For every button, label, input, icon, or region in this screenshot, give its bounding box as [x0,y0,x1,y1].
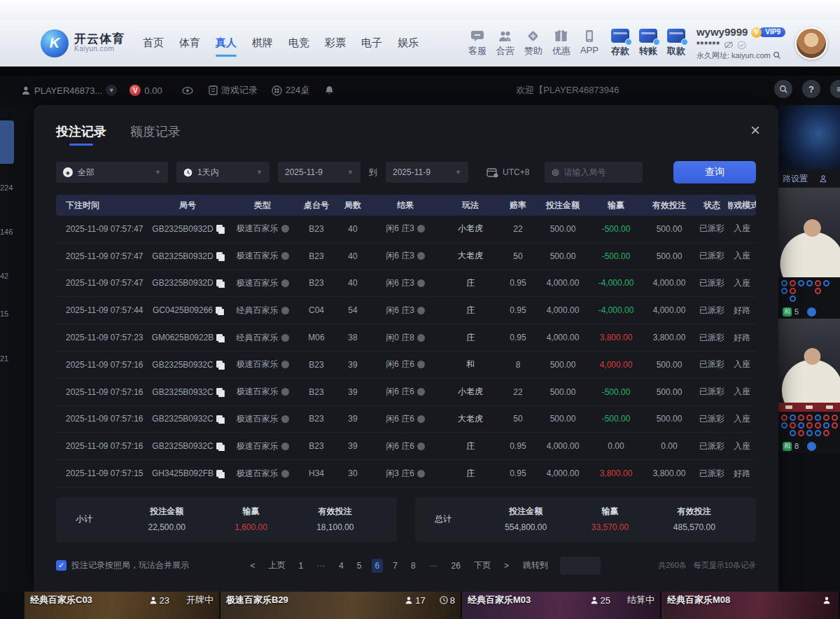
live-table-tile[interactable]: 经典百家乐M0325结算中 [462,592,662,619]
round-search-input[interactable] [564,167,636,177]
dealer-video-2[interactable] [778,319,840,403]
live-table-tile[interactable]: 经典百家乐C0323开牌中 [24,592,220,619]
road-settings-row[interactable]: 路设置 [778,169,840,188]
copy-icon[interactable] [216,415,223,423]
result-detail-icon[interactable] [417,307,425,314]
game-category-select[interactable]: ♠ 全部 ▼ [56,162,168,183]
player-menu[interactable]: PLAYER46873... ▼ [21,85,117,96]
copy-icon[interactable] [216,470,223,478]
copy-icon[interactable] [216,225,223,232]
user-avatar[interactable] [795,27,827,60]
user-block[interactable]: wywy9999 V VIP9 ****** 永久网址: kaiyun.com [696,26,785,61]
cell-rounds: 40 [336,278,370,288]
date-from-select[interactable]: 2025-11-9 ▼ [278,162,360,183]
wallet-link-存款[interactable]: 存款 [611,29,629,57]
table-preview-video[interactable] [778,105,840,169]
page-button-26[interactable]: 26 [448,559,464,573]
menu-item-3[interactable]: 棋牌 [252,32,273,54]
menu-item-1[interactable]: 体育 [179,32,200,54]
result-detail-icon[interactable] [417,470,425,478]
wallet-link-取款[interactable]: 取款 [667,29,685,57]
road-ring [790,430,796,436]
copy-icon[interactable] [216,388,223,396]
tables-count[interactable]: 224桌 [272,84,310,97]
game-record-link[interactable]: 游戏记录 [209,84,258,97]
toggle-balance-visibility[interactable] [182,87,193,95]
page-button-7[interactable]: 7 [389,559,401,573]
copy-icon[interactable] [216,361,223,368]
menu-item-7[interactable]: 娱乐 [398,32,419,54]
result-detail-icon[interactable] [417,361,425,368]
result-detail-icon[interactable] [417,334,425,342]
menu-item-5[interactable]: 彩票 [325,32,346,54]
prev-page-button[interactable]: 上页 [265,557,288,573]
result-detail-icon[interactable] [417,388,425,396]
dealer-video-1[interactable] [778,188,840,277]
quick-link-优惠[interactable]: 优惠 [552,29,570,57]
page-button-5[interactable]: 5 [354,559,365,573]
menu-item-0[interactable]: 首页 [143,32,164,54]
copy-icon[interactable] [216,443,223,450]
merge-checkbox[interactable]: ✓ [56,560,66,571]
notifications[interactable] [325,85,334,95]
sidebar-selected-item[interactable] [0,120,14,164]
brand-logo[interactable]: K 开云体育 Kaiyun.com [41,29,125,57]
quick-link-赞助[interactable]: 赞助 [524,29,542,57]
prev-arrow[interactable]: < [246,559,258,573]
road-ring [798,430,804,436]
result-detail-icon[interactable] [417,252,425,260]
copy-icon[interactable] [216,307,223,314]
close-icon[interactable]: × [750,122,760,139]
time-range-select[interactable]: 1天内 ▼ [176,162,270,183]
eye-off-icon[interactable] [724,41,734,49]
wallet-link-转账[interactable]: 转账 [639,29,657,57]
cell-round-value: GB2325B0932D [152,224,213,234]
result-detail-icon[interactable] [417,225,425,232]
next-arrow[interactable]: > [500,559,512,573]
menu-item-6[interactable]: 电子 [361,32,382,54]
tab-quota-records[interactable]: 额度记录 [130,123,181,146]
more-circle-button[interactable]: ≡ [830,80,840,98]
sidebar-table-count: 21 [0,354,8,363]
roadmap-2[interactable] [778,412,840,439]
result-detail-icon[interactable] [417,443,425,450]
quick-link-合营[interactable]: 合营 [496,29,514,57]
result-detail-icon[interactable] [417,415,425,423]
copy-icon[interactable] [216,334,223,342]
help-circle-button[interactable]: ? [802,80,820,98]
table-row: 2025-11-09 07:57:16GB2325B0932C极速百家乐B233… [56,406,756,433]
copy-icon[interactable] [216,252,223,260]
menu-item-2[interactable]: 真人 [216,32,237,54]
page-button-1[interactable]: 1 [295,559,307,573]
quick-link-APP[interactable]: APP [580,29,598,57]
page-button-8[interactable]: 8 [407,559,419,573]
timezone-display[interactable]: UTC+8 [486,167,529,178]
search-circle-button[interactable] [774,80,792,98]
live-table-tile[interactable]: 极速百家乐B29178 [220,592,462,619]
quick-link-客服[interactable]: 客服 [468,29,486,57]
header-cell: 类型 [228,200,297,211]
page-button-6[interactable]: 6 [372,559,384,573]
live-table-tile[interactable]: 经典百家乐M08 [662,592,840,619]
cell-result-value: 闲6 庄3 [386,223,414,235]
cell-valid: 3,800.00 [643,468,696,478]
balance-display[interactable]: V 0.00 [130,85,162,96]
roadmap-1[interactable] [778,277,840,305]
refresh-check-icon[interactable] [737,41,746,50]
next-page-button[interactable]: 下页 [470,557,494,573]
cell-result-value: 闲6 庄3 [386,250,414,262]
tab-bet-records[interactable]: 投注记录 [56,123,106,146]
query-button[interactable]: 查询 [673,161,756,183]
cell-play: 大老虎 [441,413,500,425]
menu-item-4[interactable]: 电竞 [288,32,309,54]
cell-odds-value: 0.95 [510,278,526,288]
cell-odds-value: 0.95 [510,305,526,315]
date-to-select[interactable]: 2025-11-9 ▼ [386,162,468,183]
jump-to-input[interactable] [560,557,601,575]
copy-icon[interactable] [216,279,223,287]
result-detail-icon[interactable] [417,279,425,287]
page-button-4[interactable]: 4 [335,559,347,573]
round-search-box[interactable] [545,162,643,183]
cell-status: 已派彩 [696,277,728,289]
magnifier-icon[interactable] [773,51,781,60]
